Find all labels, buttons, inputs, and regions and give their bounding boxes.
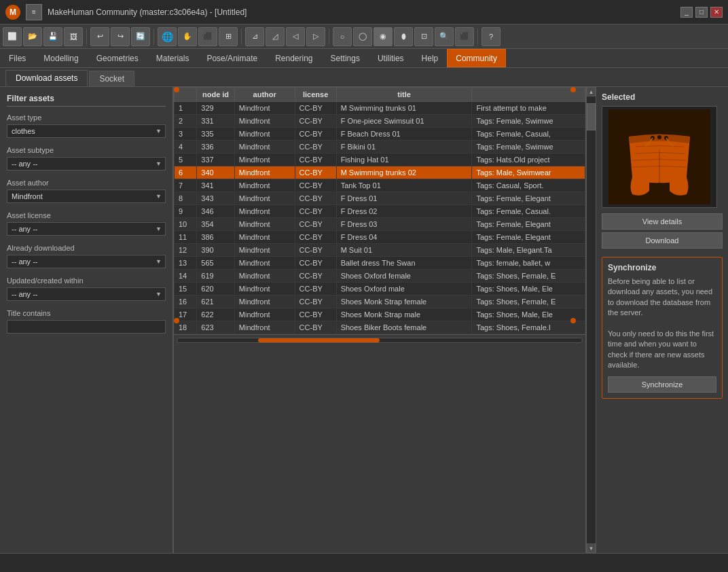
cell-title: F Dress 04 [336, 231, 472, 244]
asset-subtype-select[interactable]: -- any -- [7, 157, 166, 171]
col-author[interactable]: author [234, 88, 295, 102]
scroll-up-btn[interactable]: ▲ [587, 87, 596, 96]
menu-rendering[interactable]: Rendering [266, 49, 321, 67]
cell-title: Shoes Biker Boots female [336, 321, 472, 334]
table-container[interactable]: node id author license title 1329Mindfro… [174, 87, 585, 334]
toolbar-icon-zoom-in[interactable]: 🔍 [435, 27, 454, 46]
table-row[interactable]: 1329MindfrontCC-BYM Swimming trunks 01Fi… [175, 102, 585, 115]
cell-node-id: 619 [197, 270, 235, 283]
toolbar-icon-file-open[interactable]: 📂 [23, 27, 42, 46]
toolbar-icon-file-new[interactable]: ⬜ [3, 27, 22, 46]
menu-modelling[interactable]: Modelling [35, 49, 87, 67]
cell-num: 1 [175, 102, 197, 115]
table-row[interactable]: 17622MindfrontCC-BYShoes Monk Strap male… [175, 308, 585, 321]
asset-subtype-select-wrapper: -- any -- [7, 157, 166, 171]
table-row[interactable]: 11386MindfrontCC-BYF Dress 04Tags: Femal… [175, 231, 585, 244]
asset-author-select[interactable]: -- any -- Mindfront Joel Palmius RehmanP… [7, 190, 166, 203]
cell-license: CC-BY [295, 244, 336, 257]
toolbar-icon-refresh[interactable]: 🔄 [131, 27, 150, 46]
toolbar-icon-left[interactable]: ◁ [286, 27, 305, 46]
already-downloaded-select[interactable]: -- any -- yes no [7, 255, 166, 268]
scroll-track[interactable] [587, 96, 596, 543]
col-license[interactable]: license [295, 88, 336, 102]
cell-author: Mindfront [234, 154, 295, 166]
cell-tags: Tags: Male, Elegant.Ta [472, 244, 585, 257]
toolbar-icon-settings[interactable]: ⬛ [455, 27, 474, 46]
toolbar-icon-wireframe[interactable]: ⊞ [219, 27, 238, 46]
table-row[interactable]: 3335MindfrontCC-BYF Beach Dress 01Tags: … [175, 128, 585, 141]
main-area: Filter assets Asset type clothes hair ey… [0, 87, 728, 553]
table-row[interactable]: 18623MindfrontCC-BYShoes Biker Boots fem… [175, 321, 585, 334]
toolbar-icon-redo[interactable]: ↪ [111, 27, 130, 46]
table-row[interactable]: 7341MindfrontCC-BYTank Top 01Tags: Casua… [175, 179, 585, 192]
toolbar-icon-help[interactable]: ? [481, 27, 500, 46]
scroll-down-btn[interactable]: ▼ [587, 543, 596, 553]
corner-bottom-left [174, 318, 179, 323]
toolbar-icon-globe[interactable]: 🌐 [158, 27, 177, 46]
title-contains-input[interactable] [7, 320, 166, 334]
cell-author: Mindfront [234, 270, 295, 283]
table-row[interactable]: 4336MindfrontCC-BYF Bikini 01Tags: Femal… [175, 141, 585, 154]
col-node-id[interactable]: node id [197, 88, 235, 102]
close-button[interactable]: ✕ [710, 7, 723, 18]
toolbar-icon-front[interactable]: ⊿ [245, 27, 264, 46]
updated-created-select[interactable]: -- any -- 1 day 1 week 1 month 3 months … [7, 287, 166, 301]
table-row[interactable]: 9346MindfrontCC-BYF Dress 02Tags: Female… [175, 205, 585, 218]
cell-num: 2 [175, 115, 197, 128]
vertical-scrollbar[interactable]: ▲ ▼ [586, 87, 596, 553]
cell-author: Mindfront [234, 257, 295, 270]
minimize-button[interactable]: _ [680, 7, 693, 18]
toolbar-icon-undo[interactable]: ↩ [90, 27, 109, 46]
table-row[interactable]: 10354MindfrontCC-BYF Dress 03Tags: Femal… [175, 218, 585, 231]
toolbar-icon-zoom-out[interactable]: ◯ [353, 27, 372, 46]
toolbar-icon-file-save[interactable]: 💾 [43, 27, 62, 46]
toolbar-icon-sphere[interactable]: ◉ [374, 27, 393, 46]
cell-node-id: 329 [197, 102, 235, 115]
table-row[interactable]: 14619MindfrontCC-BYShoes Oxford femaleTa… [175, 270, 585, 283]
toolbar-icon-right[interactable]: ▷ [306, 27, 325, 46]
toolbar-icon-cursor[interactable]: ✋ [178, 27, 197, 46]
menu-settings[interactable]: Settings [322, 49, 369, 67]
scroll-thumb[interactable] [587, 103, 596, 130]
toolbar-icon-measure[interactable]: ⊡ [414, 27, 433, 46]
table-row[interactable]: 2331MindfrontCC-BYF One-piece Swimsuit 0… [175, 115, 585, 128]
menu-icon[interactable]: ≡ [26, 4, 42, 20]
col-title[interactable]: title [336, 88, 472, 102]
table-row[interactable]: 8343MindfrontCC-BYF Dress 01Tags: Female… [175, 192, 585, 205]
menu-geometries[interactable]: Geometries [88, 49, 147, 67]
asset-type-select[interactable]: clothes hair eyebrows eyelashes teeth to… [7, 124, 166, 138]
menu-files[interactable]: Files [0, 49, 35, 67]
table-row[interactable]: 15620MindfrontCC-BYShoes Oxford maleTags… [175, 283, 585, 296]
toolbar-icon-back[interactable]: ◿ [266, 27, 285, 46]
tab-socket[interactable]: Socket [89, 71, 134, 86]
toolbar-icon-reset[interactable]: ○ [333, 27, 352, 46]
menu-pose-animate[interactable]: Pose/Animate [198, 49, 266, 67]
cell-title: F Dress 03 [336, 218, 472, 231]
menu-community[interactable]: Community [447, 49, 506, 67]
asset-license-select[interactable]: -- any -- CC-BY CC0 [7, 222, 166, 236]
menu-help[interactable]: Help [413, 49, 448, 67]
col-tags[interactable] [472, 88, 585, 102]
title-contains-label: Title contains [7, 309, 166, 317]
view-details-button[interactable]: View details [602, 213, 723, 230]
toolbar-icon-screenshot[interactable]: 🖼 [64, 27, 83, 46]
menu-materials[interactable]: Materials [147, 49, 198, 67]
horizontal-scrollbar[interactable] [174, 334, 585, 345]
cell-tags: Tags: Female, Casual. [472, 205, 585, 218]
corner-top-left [174, 87, 179, 92]
scrollbar-thumb[interactable] [258, 338, 380, 342]
scrollbar-track [177, 338, 583, 343]
toolbar-icon-grid[interactable]: ⬛ [198, 27, 217, 46]
table-row[interactable]: 6340MindfrontCC-BYM Swimming trunks 02Ta… [175, 166, 585, 179]
tab-download-assets[interactable]: Download assets [5, 70, 88, 86]
maximize-button[interactable]: □ [695, 7, 708, 18]
table-row[interactable]: 16621MindfrontCC-BYShoes Monk Strap fema… [175, 296, 585, 308]
table-row[interactable]: 13565MindfrontCC-BYBallet dress The Swan… [175, 257, 585, 270]
table-row[interactable]: 5337MindfrontCC-BYFishing Hat 01Tags: Ha… [175, 154, 585, 166]
toolbar-icon-cylinder[interactable]: ⬮ [394, 27, 413, 46]
table-row[interactable]: 12390MindfrontCC-BYM Suit 01Tags: Male, … [175, 244, 585, 257]
asset-license-label: Asset license [7, 211, 166, 219]
synchronize-button[interactable]: Synchronize [608, 376, 716, 393]
download-button[interactable]: Download [602, 232, 723, 249]
menu-utilities[interactable]: Utilities [369, 49, 413, 67]
